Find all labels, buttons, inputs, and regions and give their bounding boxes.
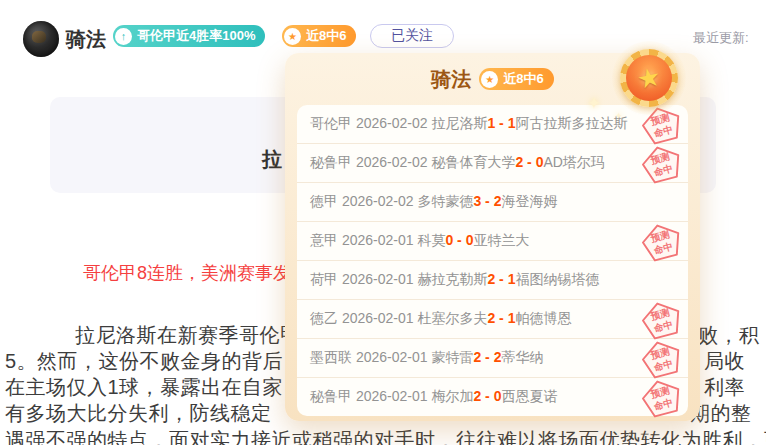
username: 骑法 <box>66 26 106 53</box>
row-away-team: 福图纳锡塔德 <box>515 271 599 287</box>
prediction-row[interactable]: 秘鲁甲 2026-02-01 梅尔加2 - 0西恩夏诺 预测 命中 <box>297 378 688 416</box>
row-score: 0 - 0 <box>445 232 473 248</box>
hit-stamp-icon: 预测 命中 <box>638 375 687 424</box>
row-meta: 意甲 2026-02-01 科莫 <box>310 232 445 248</box>
match-title-fragment: 拉 <box>262 146 282 173</box>
row-score: 2 - 0 <box>515 154 543 170</box>
row-meta: 德甲 2026-02-02 多特蒙德 <box>310 193 473 209</box>
prediction-row[interactable]: 秘鲁甲 2026-02-02 秘鲁体育大学2 - 0AD塔尔玛 预测 命中 <box>297 144 688 183</box>
row-score: 2 - 0 <box>473 388 501 404</box>
hit-rate-badge-label: 近8中6 <box>306 27 346 45</box>
row-away-team: 阿古拉斯多拉达斯 <box>515 115 627 131</box>
row-meta: 荷甲 2026-02-01 赫拉克勒斯 <box>310 271 487 287</box>
row-score: 2 - 1 <box>487 310 515 326</box>
prediction-text: 哥伦甲 2026-02-02 拉尼洛斯1 - 1阿古拉斯多拉达斯 <box>310 115 627 133</box>
prediction-row[interactable]: 德甲 2026-02-02 多特蒙德3 - 2海登海姆 <box>297 183 688 222</box>
medal-ring: ★ <box>620 49 678 107</box>
star-icon: ★ <box>284 28 301 45</box>
prediction-text: 秘鲁甲 2026-02-02 秘鲁体育大学2 - 0AD塔尔玛 <box>310 154 605 172</box>
row-score: 2 - 2 <box>473 349 501 365</box>
row-away-team: AD塔尔玛 <box>543 154 604 170</box>
article-line: 有多场大比分失利，防线稳定 <box>5 400 272 427</box>
prediction-text: 墨西联 2026-02-01 蒙特雷2 - 2蒂华纳 <box>310 349 543 367</box>
predictions-list: 哥伦甲 2026-02-02 拉尼洛斯1 - 1阿古拉斯多拉达斯 预测 命中 秘… <box>297 105 688 416</box>
prediction-row[interactable]: 意甲 2026-02-01 科莫0 - 0亚特兰大 预测 命中 <box>297 222 688 261</box>
row-away-team: 帕德博恩 <box>515 310 571 326</box>
medal-star-icon: ★ <box>635 63 663 93</box>
row-away-team: 亚特兰大 <box>473 232 529 248</box>
row-away-team: 蒂华纳 <box>501 349 543 365</box>
sparkle-icon: ✦ <box>587 93 601 114</box>
prediction-text: 意甲 2026-02-01 科莫0 - 0亚特兰大 <box>310 232 529 250</box>
article-headline: 哥伦甲8连胜，美洲赛事发 <box>83 261 291 285</box>
medal-core: ★ <box>626 55 672 101</box>
sparkle-icon: ✦ <box>615 111 623 121</box>
star-icon: ★ <box>481 71 498 88</box>
row-away-team: 西恩夏诺 <box>501 388 557 404</box>
row-meta: 秘鲁甲 2026-02-02 秘鲁体育大学 <box>310 154 515 170</box>
article-line: 5。然而，这份不败金身的背后 <box>5 348 283 375</box>
prediction-row[interactable]: 荷甲 2026-02-01 赫拉克勒斯2 - 1福图纳锡塔德 <box>297 261 688 300</box>
row-score: 2 - 1 <box>487 271 515 287</box>
prediction-row[interactable]: 哥伦甲 2026-02-02 拉尼洛斯1 - 1阿古拉斯多拉达斯 预测 命中 <box>297 105 688 144</box>
trend-up-icon: ↑ <box>115 28 132 45</box>
popup-hit-badge-label: 近8中6 <box>503 70 543 88</box>
prediction-row[interactable]: 德乙 2026-02-01 杜塞尔多夫2 - 1帕德博恩 预测 命中 <box>297 300 688 339</box>
article-line: 在主场仅入1球，暴露出在自家 <box>5 374 283 401</box>
article-line: 遇强不强的特点，面对实力接近或稍强的对手时，往往难以将场面优势转化为胜利，更值得… <box>5 427 766 445</box>
prediction-row[interactable]: 墨西联 2026-02-01 蒙特雷2 - 2蒂华纳 预测 命中 <box>297 339 688 378</box>
row-score: 1 - 1 <box>487 115 515 131</box>
article-line: 利率 <box>704 374 745 401</box>
avatar[interactable] <box>23 21 59 57</box>
gold-medal-icon: ★ <box>620 49 678 107</box>
win-rate-badge: ↑哥伦甲近4胜率100% <box>113 25 265 47</box>
prediction-text: 秘鲁甲 2026-02-01 梅尔加2 - 0西恩夏诺 <box>310 388 557 406</box>
hit-rate-badge: ★近8中6 <box>282 25 356 47</box>
prediction-text: 荷甲 2026-02-01 赫拉克勒斯2 - 1福图纳锡塔德 <box>310 271 599 289</box>
predictions-popup: ✦ ✦ ★ 骑法 ★近8中6 哥伦甲 2026-02-02 拉尼洛斯1 - 1阿… <box>285 53 700 421</box>
popup-hit-badge: ★近8中6 <box>479 68 553 90</box>
row-away-team: 海登海姆 <box>501 193 557 209</box>
row-meta: 哥伦甲 2026-02-02 拉尼洛斯 <box>310 115 487 131</box>
row-meta: 秘鲁甲 2026-02-01 梅尔加 <box>310 388 473 404</box>
row-meta: 德乙 2026-02-01 杜塞尔多夫 <box>310 310 487 326</box>
article-line: 败，积 <box>698 322 760 349</box>
article-line: 局收 <box>704 348 745 375</box>
last-update-label: 最近更新: <box>693 29 749 47</box>
follow-button[interactable]: 已关注 <box>370 24 454 48</box>
prediction-text: 德乙 2026-02-01 杜塞尔多夫2 - 1帕德博恩 <box>310 310 571 328</box>
row-meta: 墨西联 2026-02-01 蒙特雷 <box>310 349 473 365</box>
article-line: 拉尼洛斯在新赛季哥伦甲 <box>75 322 301 349</box>
win-rate-badge-label: 哥伦甲近4胜率100% <box>137 27 255 45</box>
prediction-text: 德甲 2026-02-02 多特蒙德3 - 2海登海姆 <box>310 193 557 211</box>
popup-title: 骑法 <box>431 66 471 93</box>
row-score: 3 - 2 <box>473 193 501 209</box>
